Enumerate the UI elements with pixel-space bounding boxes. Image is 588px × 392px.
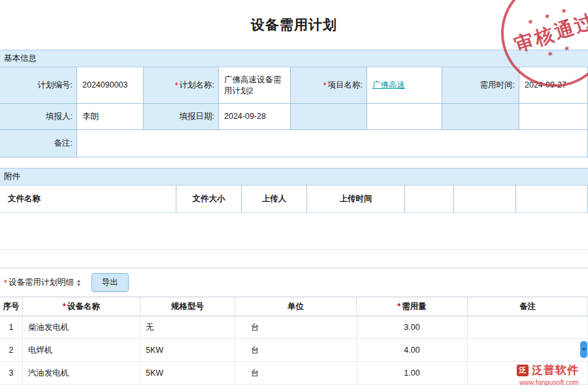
page: 设备需用计划 ★ ★ ★ 审核通过 ★ ★ 基本信息 计划编号: 2024090… xyxy=(0,0,588,392)
row-name: 汽油发电机 xyxy=(23,362,140,385)
detail-col-name: *设备名称 xyxy=(23,297,140,316)
row-seq: 2 xyxy=(0,339,23,362)
attachments-title: 附件 xyxy=(4,171,20,182)
att-col-empty xyxy=(454,186,516,213)
section-basic-info: 基本信息 xyxy=(0,50,588,67)
att-col-empty xyxy=(405,186,454,213)
row-unit: 台 xyxy=(235,316,357,339)
row-name: 柴油发电机 xyxy=(23,316,140,339)
row-unit: 台 xyxy=(235,362,357,385)
row-name: 电焊机 xyxy=(23,339,140,362)
filler-value: 李朗 xyxy=(77,104,144,130)
row-remark xyxy=(468,339,588,362)
empty-value-cell xyxy=(367,104,442,130)
required-icon: * xyxy=(4,278,7,287)
plan-no-value: 2024090003 xyxy=(77,67,144,104)
vendor-name: 泛普软件 xyxy=(532,363,579,378)
sort-icon[interactable]: ▲ ▼ xyxy=(76,279,81,287)
empty-label-cell xyxy=(442,104,519,130)
project-name-value: 广佛高速 xyxy=(367,67,442,104)
empty-label-cell xyxy=(291,104,367,130)
att-col-filesize: 文件大小 xyxy=(176,186,242,213)
page-title: 设备需用计划 xyxy=(0,0,588,50)
project-name-label: *项目名称: xyxy=(291,67,367,104)
row-qty: 3.00 xyxy=(357,316,468,339)
scrollbar-thumb[interactable] xyxy=(580,341,587,358)
detail-col-seq: 序号 xyxy=(0,297,23,316)
plan-name-label: *计划名称: xyxy=(144,67,219,104)
filler-label: 填报人: xyxy=(0,104,77,130)
row-spec: 5KW xyxy=(140,339,235,362)
row-qty: 4.00 xyxy=(357,339,468,362)
need-time-label: 需用时间: xyxy=(442,67,519,104)
basic-info-title: 基本信息 xyxy=(4,53,37,64)
row-seq: 1 xyxy=(0,316,23,339)
fill-date-label: 填报日期: xyxy=(144,104,219,130)
attachments-table-header: 文件名称 文件大小 上传人 上传时间 xyxy=(0,186,588,213)
detail-section-title: 设备需用计划明细 xyxy=(8,277,74,288)
section-attachments: 附件 xyxy=(0,168,588,186)
detail-col-qty: *需用量 xyxy=(357,297,468,316)
row-unit: 台 xyxy=(235,339,357,362)
vendor-logo-icon: 泛 xyxy=(517,365,529,376)
row-seq: 3 xyxy=(0,362,23,385)
required-icon: * xyxy=(323,81,327,90)
project-link[interactable]: 广佛高速 xyxy=(372,80,405,91)
att-col-empty xyxy=(516,186,588,213)
detail-col-remark: 备注 xyxy=(468,297,588,316)
row-remark xyxy=(468,316,588,339)
required-icon: * xyxy=(63,302,66,311)
detail-col-spec: 规格型号 xyxy=(140,297,235,316)
row-spec: 无 xyxy=(140,316,235,339)
empty-value-cell xyxy=(519,104,588,130)
remark-value xyxy=(77,130,588,157)
export-button[interactable]: 导出 xyxy=(91,273,129,292)
scroll-down-icon xyxy=(582,348,586,351)
required-icon: * xyxy=(397,302,400,311)
detail-section-header: * 设备需用计划明细 ▲ ▼ 导出 xyxy=(0,268,588,297)
row-spec: 5KW xyxy=(140,362,235,385)
vendor-brand: 泛 泛普软件 www.fanpusoft.com xyxy=(517,363,579,386)
required-icon: * xyxy=(175,81,178,90)
detail-col-unit: 单位 xyxy=(235,297,357,316)
plan-name-value: 广佛高速设备需用计划2 xyxy=(219,67,291,104)
att-col-uploadtime: 上传时间 xyxy=(307,186,405,213)
att-col-filename: 文件名称 xyxy=(0,186,176,213)
attachments-empty-area xyxy=(0,213,588,250)
sort-desc-icon: ▼ xyxy=(76,283,81,287)
fill-date-value: 2024-09-28 xyxy=(219,104,291,130)
vendor-url: www.fanpusoft.com xyxy=(517,378,579,386)
need-time-value: 2024-09-27 xyxy=(519,67,588,104)
remark-label: 备注: xyxy=(0,130,77,157)
basic-info-table: 计划编号: 2024090003 *计划名称: 广佛高速设备需用计划2 *项目名… xyxy=(0,67,588,157)
detail-table: 序号 *设备名称 规格型号 单位 *需用量 备注 1 柴油发电机 无 台 3.0… xyxy=(0,297,588,385)
plan-no-label: 计划编号: xyxy=(0,67,77,104)
att-col-uploader: 上传人 xyxy=(242,186,307,213)
row-qty: 1.00 xyxy=(357,362,468,385)
